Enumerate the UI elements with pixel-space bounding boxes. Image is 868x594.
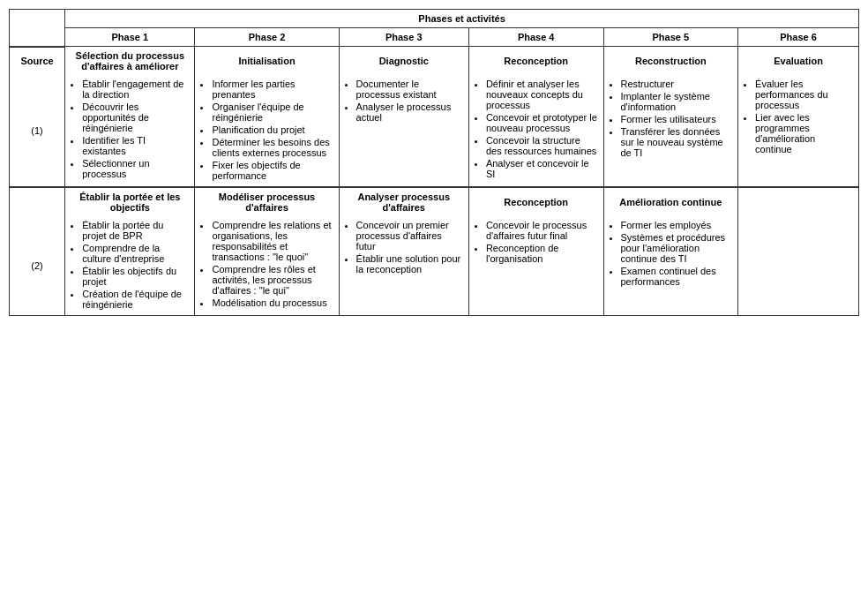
row2-phase6-activities — [738, 216, 859, 316]
row1-phase4-name: Reconception — [468, 47, 603, 76]
row1-phase5-activities: Restructurer Implanter le système d'info… — [603, 75, 738, 187]
phase4-header: Phase 4 — [468, 28, 603, 47]
phase2-header: Phase 2 — [195, 28, 339, 47]
row1-phase2-activities: Informer les parties prenantes Organiser… — [195, 75, 339, 187]
phases-activites-header: Phases et activités — [65, 10, 859, 28]
row2-phase4-name: Reconception — [468, 187, 603, 216]
row1-phase6-activities: Évaluer les performances du processus Li… — [738, 75, 859, 187]
row1-phase1-activities: Établir l'engagement de la direction Déc… — [65, 75, 195, 187]
row2-phase4-activities: Concevoir le processus d'affaires futur … — [468, 216, 603, 316]
phase6-header: Phase 6 — [738, 28, 859, 47]
row1-phase3-name: Diagnostic — [339, 47, 468, 76]
row2-phase5-name: Amélioration continue — [603, 187, 738, 216]
row1-phase4-activities: Définir et analyser les nouveaux concept… — [468, 75, 603, 187]
row2-phase1-activities: Établir la portée du projet de BPR Compr… — [65, 216, 195, 316]
source-label-col: Source — [10, 47, 65, 76]
row1-phase3-activities: Documenter le processus existant Analyse… — [339, 75, 468, 187]
row1-phase5-name: Reconstruction — [603, 47, 738, 76]
phase3-header: Phase 3 — [339, 28, 468, 47]
phase1-header: Phase 1 — [65, 28, 195, 47]
row1-source: (1) — [10, 75, 65, 187]
main-table: Phases et activités Phase 1 Phase 2 Phas… — [9, 9, 859, 316]
row1-phase1-name: Sélection du processus d'affaires à amél… — [65, 47, 195, 76]
row2-phase2-name: Modéliser processus d'affaires — [195, 187, 339, 216]
source-header-blank — [10, 10, 65, 47]
row2-phase6-name — [738, 187, 859, 216]
phases-title-label: Phases et activités — [418, 13, 505, 24]
phase5-header: Phase 5 — [603, 28, 738, 47]
row2-phase5-activities: Former les employés Systèmes et procédur… — [603, 216, 738, 316]
row2-source-blank — [10, 187, 65, 216]
row2-source: (2) — [10, 216, 65, 316]
row1-phase2-name: Initialisation — [195, 47, 339, 76]
row2-phase1-name: Établir la portée et les objectifs — [65, 187, 195, 216]
row2-phase3-name: Analyser processus d'affaires — [339, 187, 468, 216]
row2-phase2-activities: Comprendre les relations et organisation… — [195, 216, 339, 316]
row2-phase3-activities: Concevoir un premier processus d'affaire… — [339, 216, 468, 316]
row1-phase6-name: Evaluation — [738, 47, 859, 76]
